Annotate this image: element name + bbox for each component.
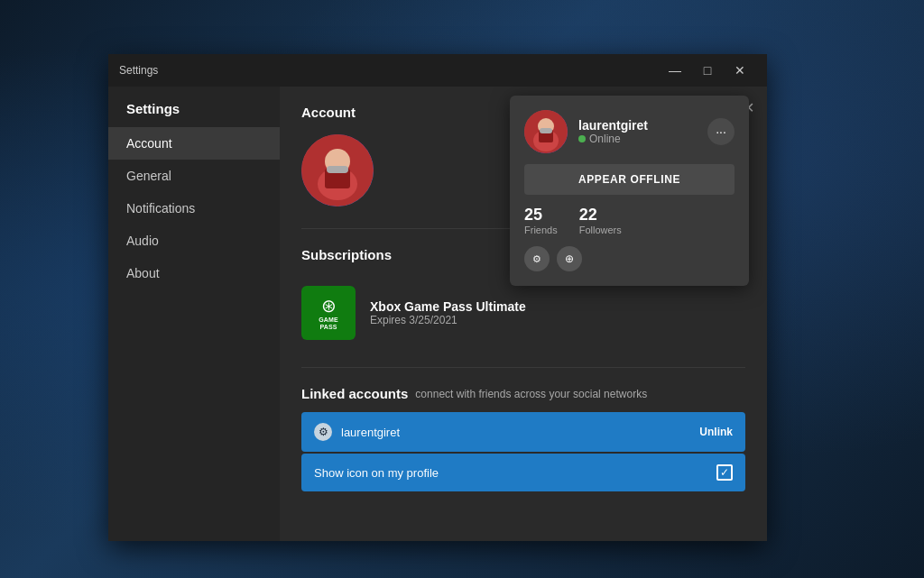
sidebar-item-notifications[interactable]: Notifications: [108, 192, 280, 225]
linked-username: laurentgiret: [341, 426, 400, 439]
friends-count: 25: [524, 206, 558, 225]
sidebar-item-about[interactable]: About: [108, 257, 280, 289]
profile-info: laurentgiret Online: [578, 118, 697, 145]
steam-icon: ⚙: [314, 423, 332, 441]
svg-rect-4: [327, 166, 348, 173]
subscription-info: Xbox Game Pass Ultimate Expires 3/25/202…: [370, 299, 526, 326]
linked-account-left: ⚙ laurentgiret: [314, 423, 400, 441]
profile-card: laurentgiret Online ··· APPEAR OFFLINE 2…: [510, 96, 749, 286]
show-icon-label: Show icon on my profile: [314, 466, 439, 480]
title-bar: Settings — □ ✕: [108, 54, 767, 87]
section-divider-2: [301, 367, 745, 368]
followers-label: Followers: [579, 225, 622, 235]
appear-offline-button[interactable]: APPEAR OFFLINE: [524, 164, 735, 195]
followers-stat: 22 Followers: [579, 206, 622, 235]
window-controls: — □ ✕: [659, 54, 756, 87]
profile-username: laurentgiret: [578, 118, 697, 133]
svg-rect-9: [540, 128, 552, 133]
profile-card-avatar: [524, 110, 568, 153]
status-online-dot: [578, 135, 586, 142]
close-button[interactable]: ✕: [724, 54, 756, 87]
linked-accounts-header: Linked accounts connect with friends acr…: [301, 386, 745, 401]
account-section-title: Account: [301, 105, 356, 120]
linked-accounts-title: Linked accounts: [301, 386, 408, 401]
profile-menu-button[interactable]: ···: [707, 118, 735, 145]
window-title: Settings: [119, 64, 158, 77]
profile-card-header: laurentgiret Online ···: [524, 110, 735, 153]
show-icon-checkbox[interactable]: ✓: [716, 464, 733, 481]
linked-accounts-subtitle: connect with friends across your social …: [415, 388, 647, 400]
maximize-button[interactable]: □: [691, 54, 724, 87]
account-avatar-large: [301, 134, 374, 206]
subscription-expires: Expires 3/25/2021: [370, 314, 526, 326]
profile-social-icons: ⚙ ⊕: [524, 246, 735, 271]
gamepass-text: GAMEPASS: [319, 317, 338, 332]
sidebar-title: Settings: [108, 87, 280, 127]
sidebar: Settings Account General Notifications A…: [108, 87, 280, 541]
show-icon-row: Show icon on my profile ✓: [301, 454, 745, 491]
unlink-button[interactable]: Unlink: [699, 426, 733, 438]
friends-stat: 25 Friends: [524, 206, 558, 235]
subscription-card: ⊛ GAMEPASS Xbox Game Pass Ultimate Expir…: [301, 277, 745, 349]
linked-account-steam-row: ⚙ laurentgiret Unlink: [301, 412, 745, 452]
sidebar-item-account[interactable]: Account: [108, 127, 280, 160]
minimize-button[interactable]: —: [659, 54, 691, 87]
add-account-icon[interactable]: ⊕: [557, 246, 582, 271]
profile-status: Online: [578, 133, 697, 145]
steam-profile-icon[interactable]: ⚙: [524, 246, 550, 271]
settings-window: Settings — □ ✕ Settings Account General …: [108, 54, 767, 541]
friends-label: Friends: [524, 225, 558, 235]
profile-stats: 25 Friends 22 Followers: [524, 206, 735, 235]
gamepass-icon: ⊛ GAMEPASS: [301, 286, 356, 340]
sidebar-item-audio[interactable]: Audio: [108, 225, 280, 257]
subscription-name: Xbox Game Pass Ultimate: [370, 299, 526, 314]
followers-count: 22: [579, 206, 622, 225]
main-content: ✕ Account: [280, 87, 767, 541]
subscriptions-title: Subscriptions: [301, 247, 392, 262]
sidebar-item-general[interactable]: General: [108, 160, 280, 192]
window-body: Settings Account General Notifications A…: [108, 87, 767, 541]
xbox-logo-icon: ⊛: [321, 295, 337, 317]
